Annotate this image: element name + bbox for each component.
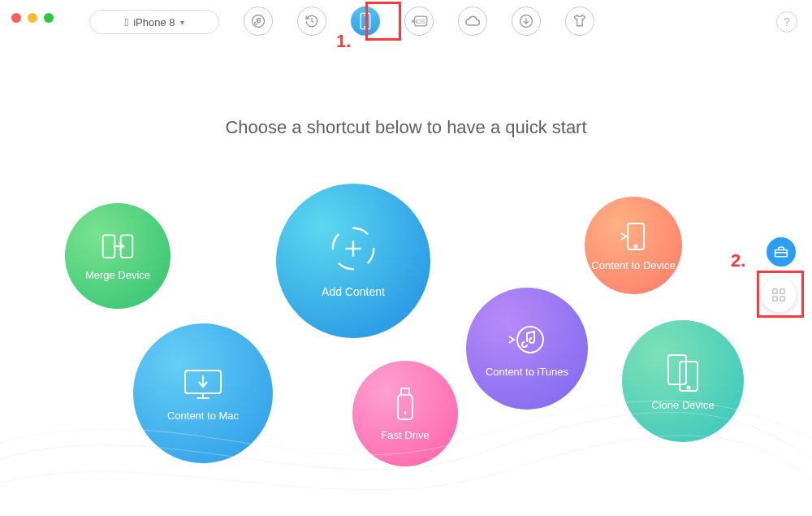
category-grid-button[interactable] xyxy=(762,278,796,312)
close-window-button[interactable] xyxy=(11,13,21,23)
svg-rect-27 xyxy=(773,289,777,293)
svg-point-0 xyxy=(253,15,265,28)
to-ios-button[interactable]: iOS xyxy=(404,7,434,36)
device-manager-button[interactable] xyxy=(351,7,380,36)
content-to-device-shortcut[interactable]: Content to Device xyxy=(585,197,682,294)
svg-rect-30 xyxy=(780,297,784,301)
toolbox-icon xyxy=(774,245,788,258)
svg-point-13 xyxy=(635,245,637,247)
apple-logo-icon:  xyxy=(124,16,128,28)
svg-rect-28 xyxy=(780,289,784,293)
content-to-device-icon xyxy=(620,220,647,253)
svg-point-3 xyxy=(365,26,366,28)
page-heading: Choose a shortcut below to have a quick … xyxy=(0,117,812,138)
tshirt-icon xyxy=(572,14,588,28)
skin-button[interactable] xyxy=(565,7,594,36)
zoom-window-button[interactable] xyxy=(44,13,54,23)
svg-rect-22 xyxy=(668,355,686,384)
content-to-itunes-icon xyxy=(508,320,546,359)
grid-icon xyxy=(771,288,786,302)
svg-rect-20 xyxy=(401,388,409,395)
icloud-button[interactable] xyxy=(458,7,487,36)
to-ios-icon: iOS xyxy=(410,14,428,28)
merge-device-icon xyxy=(100,232,136,262)
svg-rect-8 xyxy=(103,235,115,258)
history-button[interactable] xyxy=(297,7,326,36)
svg-text:iOS: iOS xyxy=(416,18,425,25)
svg-rect-9 xyxy=(121,235,133,258)
content-to-mac-icon xyxy=(180,366,226,403)
svg-rect-29 xyxy=(773,297,777,301)
svg-rect-19 xyxy=(398,395,412,419)
device-selector[interactable]:  iPhone 8 ▾ xyxy=(89,10,219,34)
content-to-device-label: Content to Device xyxy=(591,259,675,271)
clone-device-shortcut[interactable]: Clone Device xyxy=(622,320,744,442)
content-to-mac-shortcut[interactable]: Content to Mac xyxy=(133,323,273,463)
fast-drive-label: Fast Drive xyxy=(381,429,429,441)
device-selector-label: iPhone 8 xyxy=(133,16,175,28)
minimize-window-button[interactable] xyxy=(28,13,37,23)
add-content-label: Add Content xyxy=(322,285,385,298)
annotation-step2-label: 2. xyxy=(731,250,745,271)
help-button[interactable]: ? xyxy=(776,11,797,33)
merge-device-label: Merge Device xyxy=(85,269,150,281)
music-note-icon xyxy=(251,14,266,28)
chevron-down-icon: ▾ xyxy=(180,18,184,27)
cloud-icon xyxy=(464,15,481,28)
help-icon: ? xyxy=(784,15,790,28)
svg-point-24 xyxy=(688,386,690,388)
download-icon xyxy=(519,14,533,28)
content-to-itunes-label: Content to iTunes xyxy=(486,366,568,378)
content-to-mac-label: Content to Mac xyxy=(167,410,239,422)
fast-drive-shortcut[interactable]: Fast Drive xyxy=(352,361,458,466)
content-to-itunes-shortcut[interactable]: Content to iTunes xyxy=(466,288,588,410)
toolbox-button[interactable] xyxy=(767,237,796,267)
window-controls xyxy=(11,13,54,23)
merge-device-shortcut[interactable]: Merge Device xyxy=(65,203,171,309)
history-icon xyxy=(304,14,319,28)
music-library-button[interactable] xyxy=(244,7,273,36)
add-content-icon xyxy=(328,223,378,274)
add-content-shortcut[interactable]: Add Content xyxy=(276,184,430,338)
main-toolbar: iOS xyxy=(244,7,594,36)
download-button[interactable] xyxy=(512,7,541,36)
fast-drive-icon xyxy=(395,387,416,423)
clone-device-icon xyxy=(665,352,701,392)
clone-device-label: Clone Device xyxy=(651,399,714,411)
phone-icon xyxy=(359,12,372,30)
titlebar:  iPhone 8 ▾ iOS xyxy=(0,0,812,49)
